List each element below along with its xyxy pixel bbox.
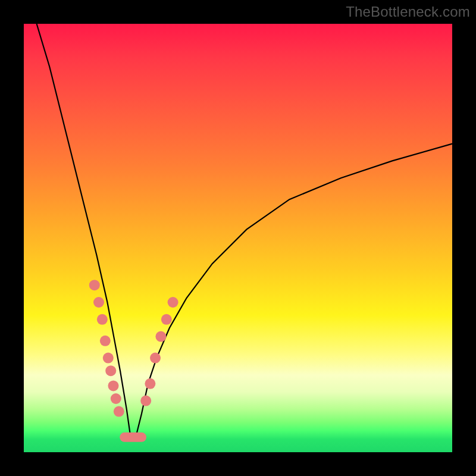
data-marker [97,314,108,325]
data-marker [93,297,104,308]
data-marker [155,331,166,342]
data-marker [161,314,172,325]
data-marker [114,406,124,417]
data-marker [100,336,111,346]
data-marker [150,353,161,364]
data-markers [89,280,178,437]
data-marker [105,365,116,376]
data-marker [145,378,155,389]
plot-area [24,24,452,452]
bottleneck-curve [37,24,452,439]
chart-svg [24,24,452,452]
chart-frame: TheBottleneck.com [0,0,476,476]
watermark-text: TheBottleneck.com [346,4,470,20]
data-marker [168,297,178,308]
data-marker [103,353,114,364]
data-marker [108,380,119,391]
data-marker [140,396,151,406]
data-marker [111,393,121,404]
data-marker [89,280,100,290]
